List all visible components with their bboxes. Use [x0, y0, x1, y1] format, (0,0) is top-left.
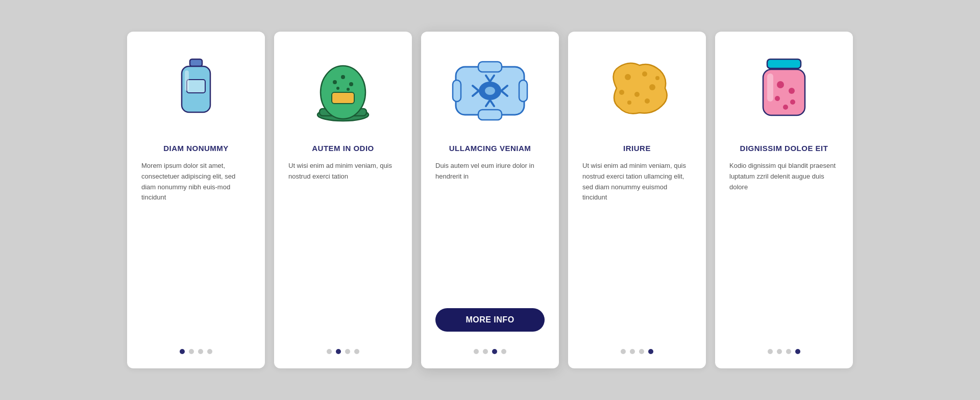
dot [492, 349, 497, 354]
svg-point-31 [649, 84, 655, 90]
svg-point-10 [341, 75, 345, 79]
card-3-dots [474, 349, 506, 354]
dot [354, 349, 359, 354]
dot [768, 349, 773, 354]
card-2-title: AUTEM IN ODIO [312, 144, 374, 153]
svg-point-34 [645, 98, 650, 104]
sponge-icon [601, 50, 673, 132]
dot [345, 349, 350, 354]
dot [639, 349, 644, 354]
card-1-title: DIAM NONUMMY [163, 144, 229, 153]
card-5: DIGNISSIM DOLOE EIT Kodio dignissim qui … [715, 32, 853, 368]
jar-icon [748, 50, 820, 132]
cards-container: DIAM NONUMMY Morem ipsum dolor sit amet,… [96, 11, 884, 389]
dot [630, 349, 635, 354]
card-1-text: Morem ipsum dolor sit amet, consectetuer… [141, 161, 251, 337]
card-1: DIAM NONUMMY Morem ipsum dolor sit amet,… [127, 32, 265, 368]
svg-rect-15 [519, 80, 527, 102]
dot [327, 349, 332, 354]
dot [189, 349, 194, 354]
card-2-dots [327, 349, 359, 354]
svg-point-11 [336, 87, 339, 90]
dot [621, 349, 626, 354]
svg-point-30 [619, 90, 624, 95]
card-4-title: IRIURE [623, 144, 651, 153]
svg-point-28 [625, 74, 631, 80]
dot [207, 349, 212, 354]
dot [336, 349, 341, 354]
svg-point-41 [775, 96, 780, 101]
svg-point-39 [777, 81, 784, 88]
dot [648, 349, 653, 354]
svg-point-42 [790, 99, 795, 105]
dot [198, 349, 203, 354]
dot [501, 349, 506, 354]
card-5-text: Kodio dignissim qui blandit praesent lup… [729, 161, 839, 337]
card-5-title: DIGNISSIM DOLOE EIT [740, 144, 828, 153]
svg-rect-3 [185, 70, 189, 91]
dot [483, 349, 488, 354]
card-2-text: Ut wisi enim ad minim veniam, quis nostr… [288, 161, 398, 337]
svg-rect-0 [190, 59, 202, 66]
more-info-button[interactable]: MORE INFO [435, 308, 545, 332]
card-3-text: Duis autem vel eum iriure dolor in hendr… [435, 161, 545, 299]
svg-rect-38 [767, 73, 773, 102]
card-4-text: Ut wisi enim ad minim veniam, quis nostr… [582, 161, 692, 337]
svg-point-43 [783, 105, 788, 110]
dot [786, 349, 791, 354]
bottle-icon [160, 50, 232, 132]
svg-rect-14 [453, 80, 461, 102]
card-4-dots [621, 349, 653, 354]
svg-point-27 [485, 87, 495, 95]
dot [795, 349, 800, 354]
cell-icon [454, 50, 526, 132]
svg-point-9 [349, 82, 353, 86]
svg-rect-16 [478, 62, 502, 72]
svg-point-8 [333, 80, 337, 84]
dot [474, 349, 479, 354]
dot [777, 349, 782, 354]
card-1-dots [180, 349, 212, 354]
svg-rect-2 [187, 80, 205, 93]
helmet-icon [307, 50, 379, 132]
card-4: IRIURE Ut wisi enim ad minim veniam, qui… [568, 32, 706, 368]
card-5-dots [768, 349, 800, 354]
svg-point-32 [634, 92, 640, 97]
svg-point-29 [642, 71, 647, 77]
dot [180, 349, 185, 354]
card-2: AUTEM IN ODIO Ut wisi enim ad minim veni… [274, 32, 412, 368]
svg-rect-36 [767, 59, 801, 68]
svg-point-40 [789, 88, 795, 94]
svg-point-33 [627, 101, 631, 105]
svg-point-35 [655, 76, 659, 80]
card-3-title: ULLAMCING VENIAM [449, 144, 531, 153]
card-3: ULLAMCING VENIAM Duis autem vel eum iriu… [421, 32, 559, 368]
svg-rect-7 [332, 92, 354, 104]
svg-point-12 [347, 88, 350, 91]
svg-rect-17 [478, 110, 502, 120]
